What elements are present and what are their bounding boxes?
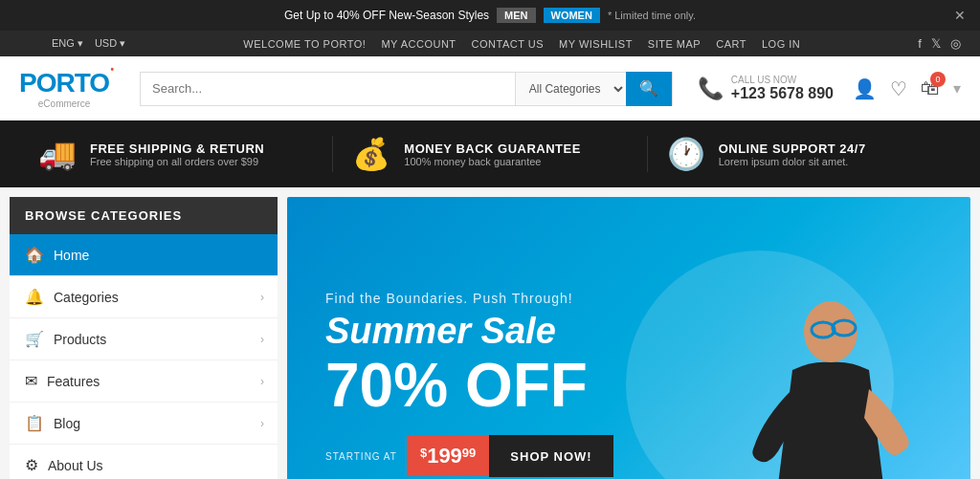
main-content: BROWSE CATEGORIES 🏠 Home 🔔 Categories › … (0, 187, 980, 479)
header: PORTO• eCommerce All Categories 🔍 📞 CALL… (0, 56, 980, 120)
sidebar-label-home: Home (54, 248, 89, 263)
categories-arrow: › (260, 291, 264, 304)
moneyback-sub: 100% money back guarantee (404, 156, 581, 167)
blog-arrow: › (260, 417, 264, 430)
close-promo-button[interactable]: ✕ (954, 8, 966, 23)
flag-icon (19, 37, 40, 50)
nav-sitemap[interactable]: SITE MAP (648, 38, 701, 50)
sidebar: BROWSE CATEGORIES 🏠 Home 🔔 Categories › … (10, 197, 278, 479)
feature-support: 🕐 ONLINE SUPPORT 24/7 Lorem ipsum dolor … (648, 136, 961, 172)
nav-center: WELCOME TO PORTO! MY ACCOUNT CONTACT US … (243, 38, 800, 50)
nav-account[interactable]: MY ACCOUNT (381, 38, 456, 50)
nav-login[interactable]: LOG IN (762, 38, 800, 50)
promo-text: Get Up to 40% OFF New-Season Styles (284, 9, 489, 22)
nav-welcome[interactable]: WELCOME TO PORTO! (243, 38, 366, 50)
currency-selector[interactable]: USD ▾ (95, 37, 125, 50)
sidebar-label-categories: Categories (54, 290, 119, 305)
logo-subtext: eCommerce (19, 98, 109, 109)
twitter-icon[interactable]: 𝕏 (931, 36, 941, 51)
sidebar-item-features[interactable]: ✉ Features › (10, 360, 278, 403)
blog-icon: 📋 (25, 414, 44, 432)
search-button[interactable]: 🔍 (626, 72, 672, 106)
sidebar-item-products[interactable]: 🛒 Products › (10, 318, 278, 360)
logo-text: PORTO• (19, 68, 109, 98)
facebook-icon[interactable]: f (918, 36, 922, 51)
cart-icon[interactable]: 🛍 0 (921, 77, 940, 99)
support-icon: 🕐 (667, 136, 705, 172)
home-icon: 🏠 (25, 246, 44, 264)
banner-discount: 70% OFF (325, 355, 613, 416)
products-arrow: › (260, 333, 264, 346)
sidebar-label-products: Products (54, 332, 106, 347)
price-cents: 99 (462, 446, 476, 460)
header-icons: 👤 ♡ 🛍 0 ▾ (853, 77, 961, 100)
moneyback-icon: 💰 (352, 136, 390, 172)
products-icon: 🛒 (25, 330, 44, 348)
instagram-icon[interactable]: ◎ (950, 36, 961, 51)
sidebar-header: BROWSE CATEGORIES (10, 197, 278, 234)
price-amount: 199 (427, 444, 462, 468)
shipping-icon: 🚚 (38, 136, 77, 172)
about-icon: ⚙ (25, 456, 38, 474)
sidebar-item-blog[interactable]: 📋 Blog › (10, 403, 278, 445)
sidebar-item-about[interactable]: ⚙ About Us (10, 445, 278, 479)
sidebar-item-categories[interactable]: 🔔 Categories › (10, 276, 278, 318)
sidebar-item-home[interactable]: 🏠 Home (10, 234, 278, 276)
banner: Find the Boundaries. Push Through! Summe… (287, 197, 970, 479)
banner-title: Summer Sale (325, 312, 613, 352)
phone-number: +123 5678 890 (731, 85, 834, 102)
cart-badge: 0 (930, 72, 946, 87)
feature-moneyback: 💰 MONEY BACK GUARANTEE 100% money back g… (333, 136, 647, 172)
nav-cart[interactable]: CART (716, 38, 746, 50)
phone-icon: 📞 (698, 76, 724, 101)
shipping-sub: Free shipping on all orders over $99 (90, 156, 264, 167)
language-selector[interactable]: ENG ▾ (52, 37, 83, 50)
nav-wishlist[interactable]: MY WISHLIST (559, 38, 633, 50)
header-right: 📞 CALL US NOW +123 5678 890 👤 ♡ 🛍 0 ▾ (698, 75, 961, 102)
promo-bar: Get Up to 40% OFF New-Season Styles MEN … (0, 0, 980, 31)
phone-block: 📞 CALL US NOW +123 5678 890 (698, 75, 834, 102)
search-input[interactable] (141, 73, 515, 105)
nav-bar: ENG ▾ USD ▾ WELCOME TO PORTO! MY ACCOUNT… (0, 31, 980, 56)
features-bar: 🚚 FREE SHIPPING & RETURN Free shipping o… (0, 120, 980, 187)
call-label: CALL US NOW (731, 75, 834, 85)
search-bar: All Categories 🔍 (140, 72, 673, 106)
support-title: ONLINE SUPPORT 24/7 (719, 142, 866, 156)
nav-right: f 𝕏 ◎ (918, 36, 961, 51)
sidebar-label-blog: Blog (54, 416, 80, 431)
categories-icon: 🔔 (25, 288, 44, 306)
starting-at-label: STARTING AT (325, 451, 397, 462)
category-select[interactable]: All Categories (515, 73, 626, 105)
svg-line-5 (833, 328, 835, 330)
nav-left: ENG ▾ USD ▾ (19, 37, 125, 50)
logo[interactable]: PORTO• eCommerce (19, 68, 109, 109)
moneyback-title: MONEY BACK GUARANTEE (404, 142, 581, 156)
feature-shipping: 🚚 FREE SHIPPING & RETURN Free shipping o… (19, 136, 333, 172)
person-svg (639, 294, 926, 479)
currency-symbol: $ (420, 446, 427, 460)
support-sub: Lorem ipsum dolor sit amet. (719, 156, 866, 167)
nav-contact[interactable]: CONTACT US (472, 38, 545, 50)
banner-tagline: Find the Boundaries. Push Through! (325, 291, 613, 306)
banner-cta: STARTING AT $ 199 99 SHOP NOW! (325, 435, 613, 477)
account-icon[interactable]: 👤 (853, 77, 877, 100)
women-button[interactable]: WOMEN (544, 8, 600, 23)
price-tag: $ 199 99 (407, 436, 489, 476)
wishlist-icon[interactable]: ♡ (890, 77, 907, 100)
cart-dropdown-arrow[interactable]: ▾ (953, 79, 961, 98)
shipping-title: FREE SHIPPING & RETURN (90, 142, 264, 156)
features-arrow: › (260, 375, 264, 388)
limited-text: * Limited time only. (608, 10, 696, 21)
sidebar-label-features: Features (47, 374, 100, 389)
sidebar-label-about: About Us (48, 458, 103, 473)
banner-content: Find the Boundaries. Push Through! Summe… (287, 252, 652, 479)
shop-now-button[interactable]: SHOP NOW! (489, 435, 612, 477)
men-button[interactable]: MEN (497, 8, 535, 23)
features-icon: ✉ (25, 372, 37, 390)
